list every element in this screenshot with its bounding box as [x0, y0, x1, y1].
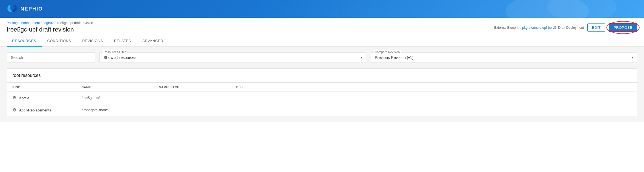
row-0-diff	[231, 92, 637, 104]
resources-filter-value: Show all resources	[104, 55, 136, 60]
resources-table: KIND NAME NAMESPACE DIFF	[7, 83, 637, 116]
logo-text: NEPHIO	[20, 6, 43, 12]
logo: NEPHIO	[7, 3, 43, 14]
external-blueprint-link[interactable]: pkg-example-upf-bp v5	[522, 26, 556, 30]
page-header: Package Management / edge02 / free5gc-up…	[0, 18, 644, 33]
tab-resources[interactable]: Resources	[7, 35, 42, 47]
header-actions: External Blueprint: pkg-example-upf-bp v…	[494, 23, 637, 32]
row-1-name: propagate-name	[76, 104, 153, 116]
row-1-namespace	[153, 104, 231, 116]
root-resources-title: root resources	[7, 69, 637, 83]
col-header-diff: DIFF	[231, 83, 637, 92]
row-0-namespace	[153, 92, 231, 104]
main-panel: Resources Filter Show all resources ▾ Co…	[0, 47, 644, 122]
compare-revision-group[interactable]: Compare Revision Previous Revision (v1) …	[371, 52, 638, 63]
app-header: NEPHIO	[0, 0, 644, 18]
table-row[interactable]: ⚙ ApplyReplacements propagate-name	[7, 104, 637, 116]
col-header-namespace: NAMESPACE	[153, 83, 231, 92]
gear-icon-1: ⚙	[12, 108, 16, 112]
table-row[interactable]: ⚙ Kptfile free5gc-upf	[7, 92, 637, 104]
breadcrumb-edge02[interactable]: edge02	[43, 21, 54, 25]
page-title: free5gc-upf draft revision	[7, 26, 93, 33]
filters-row: Resources Filter Show all resources ▾ Co…	[7, 52, 637, 63]
tab-revisions[interactable]: Revisions	[77, 35, 108, 47]
search-box	[7, 52, 95, 63]
tabs-nav: Resources Conditions Revisions Related A…	[0, 35, 644, 47]
col-header-kind: KIND	[7, 83, 76, 92]
tab-advanced[interactable]: Advanced	[137, 35, 169, 47]
tab-related[interactable]: Related	[109, 35, 137, 47]
main-content: Package Management / edge02 / free5gc-up…	[0, 18, 644, 172]
row-1-diff	[231, 104, 637, 116]
deployment-type: Draft Deployment	[558, 26, 584, 30]
external-blueprint-label: External Blueprint: pkg-example-upf-bp v…	[494, 26, 584, 30]
logo-icon	[7, 3, 18, 14]
gear-icon-0: ⚙	[12, 95, 16, 100]
table-header: KIND NAME NAMESPACE DIFF	[7, 83, 637, 92]
root-resources-section: root resources KIND NAME NAMESPACE	[7, 68, 637, 116]
propose-button-wrapper: PROPOSE	[609, 23, 637, 32]
compare-revision-label: Compare Revision	[374, 50, 401, 54]
breadcrumb-current: free5gc-upf draft revision	[56, 21, 93, 25]
edit-button[interactable]: EDIT	[587, 24, 606, 32]
tab-conditions[interactable]: Conditions	[42, 35, 77, 47]
resources-filter-chevron: ▾	[361, 56, 362, 59]
search-input[interactable]	[7, 52, 95, 63]
compare-revision-value: Previous Revision (v1)	[375, 55, 414, 60]
resources-filter-group[interactable]: Resources Filter Show all resources ▾	[99, 52, 366, 63]
col-header-name: NAME	[76, 83, 153, 92]
breadcrumb-package-management[interactable]: Package Management	[7, 21, 40, 25]
breadcrumb: Package Management / edge02 / free5gc-up…	[7, 21, 93, 25]
svg-point-2	[10, 4, 15, 10]
row-1-kind: ⚙ ApplyReplacements	[7, 104, 76, 116]
row-0-name: free5gc-upf	[76, 92, 153, 104]
compare-revision-chevron: ▾	[632, 56, 633, 59]
title-section: Package Management / edge02 / free5gc-up…	[7, 21, 93, 33]
row-0-kind: ⚙ Kptfile	[7, 92, 76, 104]
propose-button[interactable]: PROPOSE	[609, 23, 637, 32]
table-body: ⚙ Kptfile free5gc-upf ⚙ ApplyReplacement	[7, 92, 637, 116]
resources-filter-label: Resources Filter	[102, 50, 127, 54]
